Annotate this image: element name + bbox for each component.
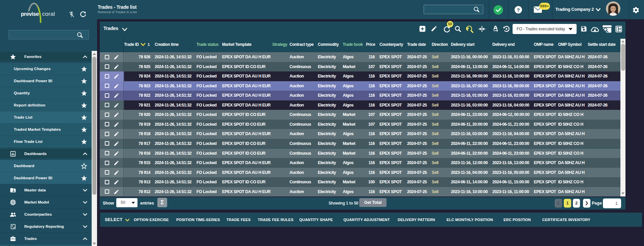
- svg-text:?: ?: [517, 7, 520, 13]
